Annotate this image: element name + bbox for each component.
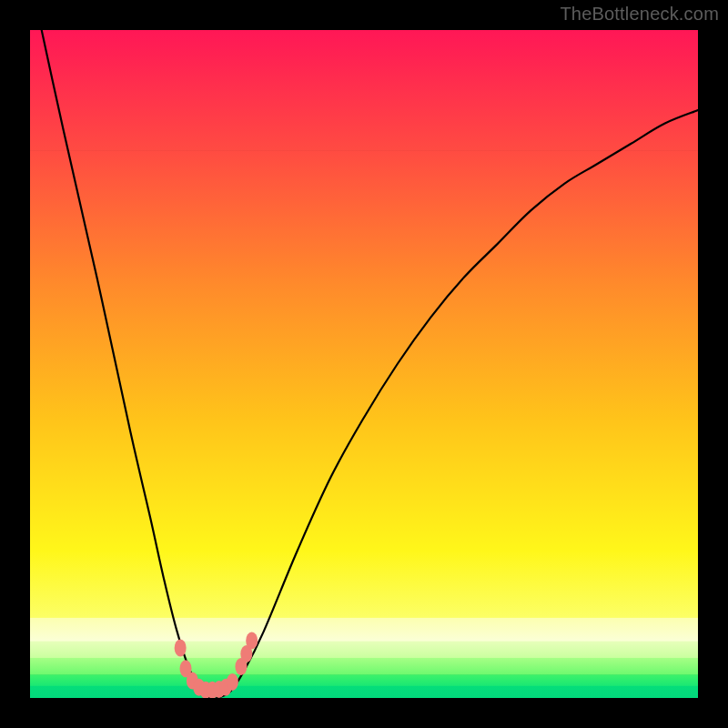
highlight-dot: [227, 673, 238, 691]
highlight-dots: [30, 30, 698, 698]
highlight-dot: [246, 632, 258, 649]
chart-stage: TheBottleneck.com: [0, 0, 728, 728]
chart-plot-area: [30, 30, 698, 698]
watermark-text: TheBottleneck.com: [560, 4, 719, 25]
highlight-dot: [175, 639, 187, 656]
